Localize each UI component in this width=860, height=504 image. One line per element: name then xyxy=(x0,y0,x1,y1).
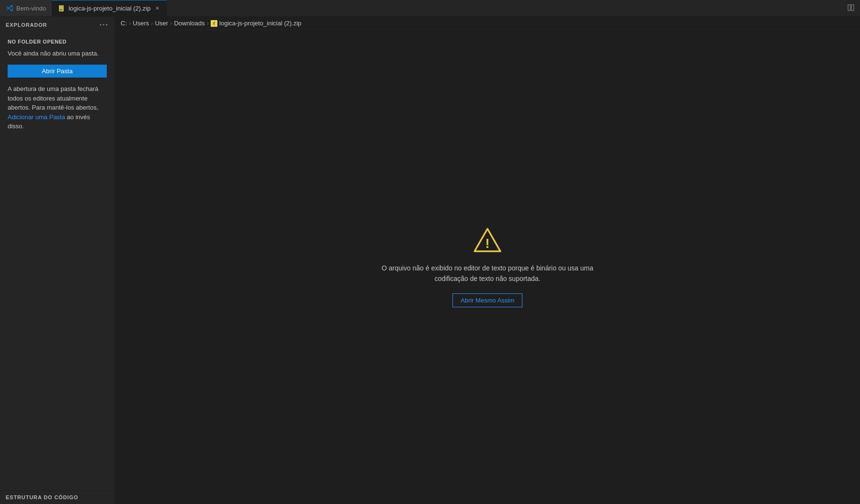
note-prefix-text: A abertura de uma pasta fechará todos os… xyxy=(8,85,98,111)
sidebar-header: EXPLORADOR ··· xyxy=(0,17,114,33)
breadcrumb-zip-icon: Z xyxy=(211,20,217,27)
tab-welcome-label: Bem-vindo xyxy=(16,5,46,12)
breadcrumb-filename: logica-js-projeto_inicial (2).zip xyxy=(219,20,301,27)
split-editor-icon[interactable] xyxy=(846,2,856,14)
zip-file-icon: ZIP xyxy=(58,5,66,12)
warning-line2: codificação de texto não suportada. xyxy=(434,275,540,282)
svg-text:ZIP: ZIP xyxy=(59,9,63,11)
editor-main: ! O arquivo não é exibido no editor de t… xyxy=(115,30,860,504)
breadcrumb-file: Z logica-js-projeto_inicial (2).zip xyxy=(211,20,301,27)
warning-triangle-icon: ! xyxy=(473,227,502,253)
no-folder-text: Você ainda não abriu uma pasta. xyxy=(8,49,107,58)
svg-rect-4 xyxy=(851,5,854,11)
svg-rect-1 xyxy=(61,5,63,7)
add-folder-link[interactable]: Adicionar uma Pasta xyxy=(8,113,65,121)
tab-welcome[interactable]: Bem-vindo xyxy=(0,0,52,16)
vscode-logo-icon xyxy=(6,4,13,12)
breadcrumb-downloads[interactable]: Downloads xyxy=(174,20,204,27)
sidebar-title: EXPLORADOR xyxy=(6,22,47,28)
warning-message: O arquivo não é exibido no editor de tex… xyxy=(382,263,593,284)
warning-icon-container: ! xyxy=(473,227,502,253)
svg-text:!: ! xyxy=(485,236,489,251)
breadcrumb-user[interactable]: User xyxy=(155,20,168,27)
open-folder-button[interactable]: Abrir Pasta xyxy=(8,65,107,78)
tab-zip-label: logica-js-projeto_inicial (2).zip xyxy=(68,5,150,12)
no-folder-title: NO FOLDER OPENED xyxy=(8,39,107,45)
open-anyway-button[interactable]: Abrir Mesmo Assim xyxy=(453,293,522,307)
close-tab-icon[interactable]: ✕ xyxy=(153,5,161,12)
tab-bar-actions xyxy=(846,0,860,16)
sidebar-bottom-section: ESTRUTURA DO CÓDIGO xyxy=(0,490,114,504)
sidebar-more-options[interactable]: ··· xyxy=(100,21,109,29)
breadcrumb-c[interactable]: C: xyxy=(121,20,127,27)
svg-rect-3 xyxy=(848,5,850,11)
no-folder-note: A abertura de uma pasta fechará todos os… xyxy=(8,84,107,131)
breadcrumb: C: › Users › User › Downloads › Z logica… xyxy=(115,17,860,30)
sidebar: EXPLORADOR ··· NO FOLDER OPENED Você ain… xyxy=(0,17,115,504)
warning-line1: O arquivo não é exibido no editor de tex… xyxy=(382,264,593,272)
breadcrumb-sep-1: › xyxy=(129,20,131,27)
tab-zip-file[interactable]: ZIP logica-js-projeto_inicial (2).zip ✕ xyxy=(52,0,167,16)
editor-area: C: › Users › User › Downloads › Z logica… xyxy=(115,17,860,504)
tab-bar: Bem-vindo ZIP logica-js-projeto_inicial … xyxy=(0,0,860,17)
breadcrumb-sep-2: › xyxy=(151,20,153,27)
main-layout: EXPLORADOR ··· NO FOLDER OPENED Você ain… xyxy=(0,17,860,504)
breadcrumb-sep-4: › xyxy=(207,20,209,27)
sidebar-content: NO FOLDER OPENED Você ainda não abriu um… xyxy=(0,33,114,490)
breadcrumb-users[interactable]: Users xyxy=(133,20,149,27)
breadcrumb-sep-3: › xyxy=(170,20,172,27)
